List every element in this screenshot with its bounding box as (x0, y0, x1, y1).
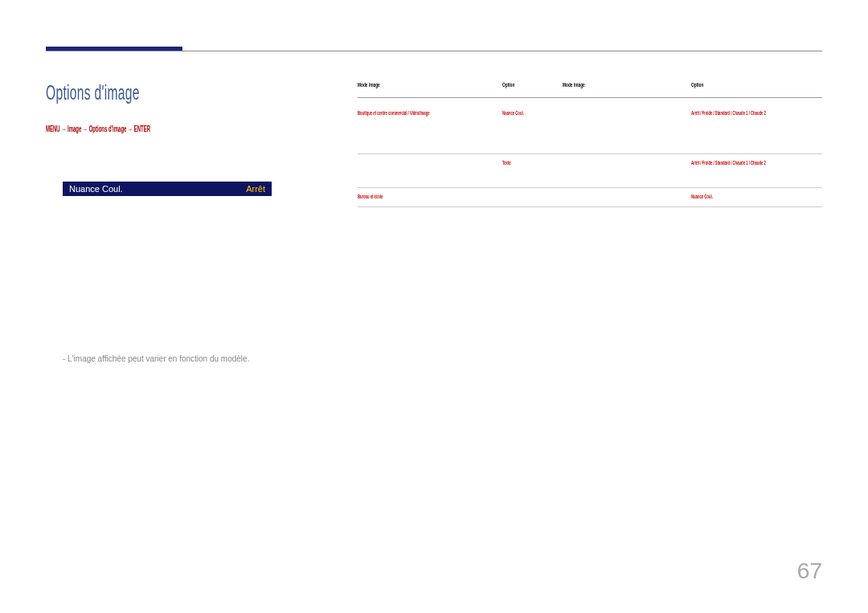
options-table: Mode Image Option Mode Image Option Bout… (358, 80, 822, 207)
cell (563, 192, 691, 202)
cell: Texte (502, 158, 563, 183)
top-divider (46, 51, 822, 51)
footnote: - L'image affichée peut varier en foncti… (63, 354, 249, 363)
cell: Nuance Coul. (502, 108, 563, 149)
cell (358, 158, 502, 183)
cell: Boutique et centre commercial / Vidéo/Im… (358, 108, 502, 149)
menu-screenshot: Nuance Coul. Arrêt (63, 182, 272, 196)
cell: Arrêt / Froide / Standard / Chaude 1 / C… (691, 108, 822, 149)
menu-label: Nuance Coul. (69, 184, 123, 194)
page-number: 67 (797, 558, 822, 584)
header-col1: Mode Image (358, 80, 502, 91)
menu-value: Arrêt (246, 184, 265, 194)
table-header: Mode Image Option Mode Image Option (358, 80, 822, 98)
page-title: Options d'image (46, 80, 203, 105)
cell: Nuance Coul. (691, 192, 822, 202)
cell: Bureau et école (358, 192, 502, 202)
menu-path: MENU → Image → Options d'image → ENTER (46, 125, 220, 133)
table-row: Bureau et école Nuance Coul. (358, 188, 822, 207)
cell (563, 108, 691, 149)
table-row: Texte Arrêt / Froide / Standard / Chaude… (358, 154, 822, 188)
cell: Arrêt / Froide / Standard / Chaude 1 / C… (691, 158, 822, 183)
cell (502, 192, 563, 202)
header-col4: Option (691, 80, 822, 91)
header-col3: Mode Image (563, 80, 691, 91)
cell (563, 158, 691, 183)
table-row: Boutique et centre commercial / Vidéo/Im… (358, 104, 822, 154)
header-col2: Option (502, 80, 563, 91)
